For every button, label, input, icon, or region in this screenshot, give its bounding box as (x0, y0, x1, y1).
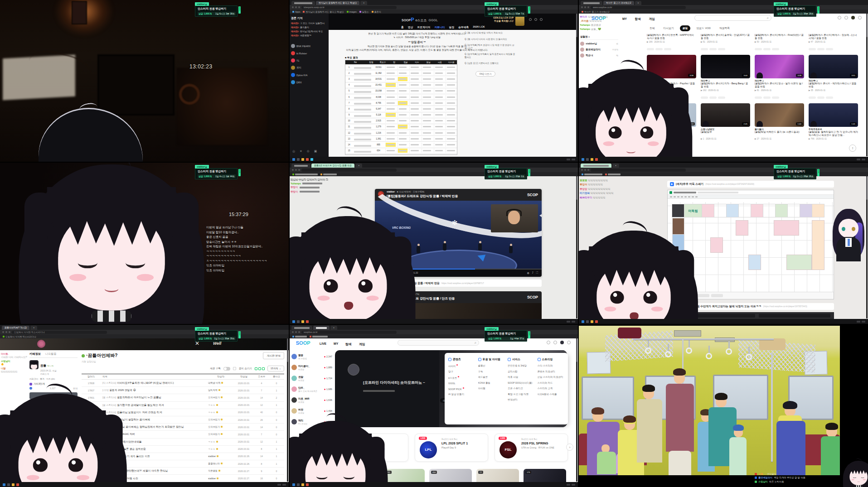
new-tab-button[interactable]: + (635, 1, 642, 5)
profile-avatar[interactable] (560, 341, 564, 344)
menu-item[interactable]: 오픈 스튜디오 (508, 387, 535, 390)
board-post-row[interactable]: 17808 [타 스트리머]아바타요X주술회전 애니화OP (타요님 팬메이드)… (82, 380, 284, 387)
notification-icon[interactable] (534, 18, 537, 21)
subscribe-toggle[interactable] (223, 367, 230, 371)
browser-tab-active[interactable]: 한식님이 응원해주셔도 좋다고 하셨단 (316, 1, 359, 5)
menu-item[interactable]: 별풍선 (478, 364, 505, 367)
browser-tab[interactable] (291, 164, 310, 168)
event-card[interactable]: LIVE FSL 3시(수) 저녁 6시 2026 FSL SPRING UTA… (495, 434, 568, 462)
bookmarks-bar[interactable] (579, 172, 868, 176)
nav-item[interactable]: 탐색 (635, 17, 641, 21)
faq-question[interactable]: Q. [웹 서비스] 다이아 사정 캡이 안 들어와요 (465, 38, 515, 41)
browser-tab[interactable] (291, 1, 315, 5)
bookmark-item[interactable]: images (347, 10, 357, 13)
clip-thumbnail[interactable]: 1:41 (809, 103, 858, 127)
url-field[interactable]: www.sooplive.co.kr (591, 6, 686, 9)
filter-playlist[interactable]: 재생목록 (717, 25, 732, 31)
windows-taskbar[interactable] (290, 482, 578, 487)
menu-item[interactable]: 신입 스트리머 지원센터 (538, 376, 565, 379)
streamer-item[interactable]: 마이콩이_버츄얼 1,889 (291, 362, 332, 373)
windows-taskbar[interactable] (290, 157, 578, 162)
faq-question[interactable]: Q. [웹 서비스] 왜 팬딩 삭제가 계속 떠요 (465, 32, 515, 35)
menu-item[interactable]: GGGL (448, 382, 475, 385)
invite-link[interactable]: 초대 (73, 387, 78, 390)
faq-more-button[interactable]: FAQ 더보기 (475, 71, 495, 77)
address-bar[interactable] (579, 168, 868, 172)
page-scrollbar[interactable] (576, 176, 577, 318)
tab-strip[interactable]: 꿈틀파2 드래프트 강만식팅 꿈틀 반응+ (290, 163, 578, 168)
vod-filter-tabs[interactable]: 전체 다시보기 클립 업로드 VOD 재생목록 (647, 25, 732, 31)
browser-tab-active[interactable] (313, 326, 330, 330)
clip-thumbnail[interactable]: 2:45 (701, 103, 750, 127)
page-scrollbar[interactable] (866, 176, 868, 318)
team-channel-item[interactable]: 젠지 (291, 66, 327, 70)
menu-item[interactable]: KONA 활동 (478, 381, 505, 385)
nav-game[interactable]: 게임 (359, 342, 365, 347)
menu-item[interactable]: 애드벌룬 (478, 376, 505, 379)
search-input[interactable] (398, 340, 479, 346)
browser-tab[interactable] (291, 326, 312, 330)
url-field[interactable] (591, 169, 686, 172)
bookmark-item[interactable]: 출전자 (372, 10, 381, 13)
scroll-top-button[interactable]: ↑ (849, 145, 856, 152)
filter-all[interactable]: 전체 (647, 25, 658, 31)
new-tab-button[interactable]: + (330, 326, 337, 330)
nav-item[interactable]: 2026 LCK (473, 25, 485, 29)
start-icon[interactable] (292, 158, 295, 161)
cafe-intro-link[interactable]: 카페소개 (40, 372, 57, 375)
favorite-streamer[interactable]: 찍순녀매 (580, 53, 618, 58)
browser-tab[interactable] (581, 1, 602, 5)
nav-explore[interactable]: 탐색 (345, 342, 352, 347)
clip-thumbnail[interactable]: 3:51 (809, 55, 858, 78)
clip-link-bar[interactable]: ▶[케치]우우 머둑 스레기(https://vod.sooplive.co.k… (667, 181, 834, 188)
address-bar[interactable]: www.sooplive.co.kr (579, 5, 868, 10)
browser-tab-active[interactable]: 복어두 물고기 귀여워요2 (603, 1, 634, 5)
favorite-streamer[interactable]: 쫄로베일라이수호대 (580, 48, 618, 52)
board-post-row[interactable]: 17807 [기타]윌동파 2026 엔딩곡 😆 당치옥짝 2026.03.03… (82, 387, 284, 394)
address-bar[interactable]: lolesports.soop.co.kr (290, 5, 578, 10)
pinned-note[interactable]: 배려완≡한식님 1등하셔야 투표 (291, 30, 327, 33)
menu-item[interactable]: 번역센터 (508, 398, 535, 401)
tab-strip[interactable]: + (579, 163, 868, 168)
nav-item[interactable]: 승부예측 (458, 25, 469, 29)
team-channel-item[interactable]: Dplus KIA (291, 73, 327, 77)
clip-card[interactable]: [클립][하데스 콘서트] 언츠록 - HAPPY(데이식스) / 꿈틀 반응▶… (647, 34, 696, 52)
board-analyze-button[interactable]: 게시판 분석 (263, 352, 284, 359)
hide-notice-checkbox[interactable] (233, 367, 236, 370)
page-scrollbar[interactable] (576, 338, 577, 482)
windows-taskbar[interactable] (579, 157, 868, 162)
nav-item-active[interactable]: 커뮤니티 (434, 25, 445, 29)
settings-gear-icon[interactable]: ⚙ (527, 271, 529, 275)
nav-item[interactable]: 홈 (401, 25, 404, 29)
streamer-item[interactable]: 단즈_풀드 오버 워치예측존 1,686 (291, 384, 332, 395)
menu-item[interactable]: 스트리머 교육 (538, 387, 565, 390)
nav-item[interactable]: 영상 (408, 25, 413, 29)
top-nav[interactable]: LIVEMY탐색게임 (320, 342, 365, 347)
windows-taskbar[interactable] (0, 482, 289, 487)
search-input[interactable] (694, 15, 771, 21)
browser-tab-active[interactable]: 꿈틀파2 드래프트 강만식팅 꿈틀 반응 (311, 164, 354, 168)
bookmarks-bar[interactable]: Apps 한식님이 응원해주셔도 좋다고 하셨단 images 일정소 출전자 (290, 10, 578, 14)
menu-item[interactable]: 구독 (478, 370, 505, 373)
cafe-manage-links[interactable]: 카페관리 · 통계 · 비즈센터 (29, 377, 78, 380)
menu-item[interactable]: 아이템 (478, 387, 505, 390)
favorite-streamer[interactable]: stabber님팬 (580, 42, 618, 46)
event-card[interactable]: LIVE LPL 3시(수) 저녁 6시 LPL 2026 SPLIT 1 Pl… (415, 434, 488, 462)
menu-item[interactable]: 확장 프로그램 마켓 (508, 393, 535, 396)
history-icon[interactable] (838, 16, 841, 19)
new-tab-button[interactable]: + (360, 1, 367, 5)
tab-my-activity[interactable]: 나의활동 (45, 352, 57, 356)
nav-live[interactable]: LIVE (320, 342, 326, 347)
team-channel-item[interactable]: T1 (291, 58, 327, 63)
clip-card[interactable]: 3:44 레인루니 [클립][하데스 콘서트] 키마 - Bang Bang /… (701, 55, 750, 101)
view-mode-icons[interactable] (255, 367, 265, 370)
tab-strip[interactable]: 복어두 물고기 귀여워요2+ (579, 0, 868, 5)
tab-cafe-info[interactable]: 카페정보 (29, 352, 41, 356)
address-bar[interactable] (290, 168, 578, 172)
menu-item[interactable]: e스포츠 (448, 376, 475, 380)
new-tab-button[interactable]: + (355, 164, 362, 168)
edge-icon[interactable] (310, 158, 313, 161)
clip-card[interactable]: 3:51 레인루니 [클립]하데스 콘서트 - 메가믹스하모니 / 꿈틀 반응 … (809, 55, 858, 101)
url-field[interactable]: 도입와서 식식한 목소리라더냐 (12, 331, 107, 334)
browser-tab-active[interactable]: 꿈틀아언제봐? 게시판 (2, 326, 29, 330)
